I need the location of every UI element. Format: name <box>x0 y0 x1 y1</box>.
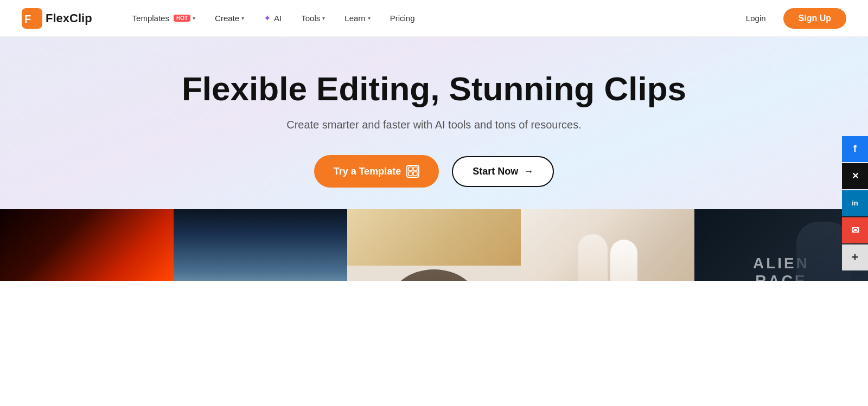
nav-tools-label: Tools <box>301 14 320 23</box>
nav-right: Login Sign Up <box>737 8 846 29</box>
nav-ai-label: AI <box>274 14 282 23</box>
nav-pricing-label: Pricing <box>390 14 415 23</box>
try-template-button[interactable]: Try a Template <box>314 155 439 188</box>
nav-create-label: Create <box>215 14 239 23</box>
hero-buttons: Try a Template Start Now → <box>0 155 868 188</box>
logo-text: FlexClip <box>46 11 92 25</box>
linkedin-share-button[interactable]: in <box>842 190 868 216</box>
nav-item-tools[interactable]: Tools ▾ <box>293 9 333 27</box>
hot-badge: HOT <box>174 15 190 22</box>
svg-rect-2 <box>409 167 412 171</box>
navbar: F FlexClip Templates HOT ▾ Create ▾ ✦ AI… <box>0 0 868 37</box>
ai-star-icon: ✦ <box>264 13 271 23</box>
templates-chevron-icon: ▾ <box>193 15 195 21</box>
facebook-icon: f <box>853 143 857 154</box>
start-now-label: Start Now <box>473 166 518 177</box>
nav-item-learn[interactable]: Learn ▾ <box>337 9 378 27</box>
nav-learn-label: Learn <box>344 14 365 23</box>
more-share-button[interactable]: + <box>842 244 868 270</box>
svg-rect-3 <box>413 167 417 171</box>
hero-section: Flexible Editing, Stunning Clips Create … <box>0 37 868 281</box>
plus-icon: + <box>852 250 859 265</box>
side-social: f ✕ in ✉ + <box>842 136 868 270</box>
email-share-button[interactable]: ✉ <box>842 217 868 243</box>
svg-rect-4 <box>409 172 412 176</box>
tools-chevron-icon: ▾ <box>322 15 325 21</box>
learn-chevron-icon: ▾ <box>368 15 371 21</box>
nav-item-ai[interactable]: ✦ AI <box>256 9 289 28</box>
nav-item-pricing[interactable]: Pricing <box>382 9 423 27</box>
login-button[interactable]: Login <box>737 9 775 27</box>
template-icon <box>406 165 419 178</box>
gallery-item-3[interactable]: Kay & Jack FASHION JOURNEY A story of st… <box>347 209 521 281</box>
hero-subtitle: Create smarter and faster with AI tools … <box>0 119 868 131</box>
nav-item-templates[interactable]: Templates HOT ▾ <box>125 9 203 27</box>
create-chevron-icon: ▾ <box>241 15 244 21</box>
svg-rect-5 <box>413 172 417 176</box>
logo-link[interactable]: F FlexClip <box>22 8 92 29</box>
gallery-item-4[interactable] <box>521 209 694 281</box>
template-gallery: ◼◼◼ STOMP Kay & Jack FASHION JOURNEY A s… <box>0 209 868 281</box>
linkedin-icon: in <box>852 199 858 207</box>
facebook-share-button[interactable]: f <box>842 136 868 162</box>
signup-button[interactable]: Sign Up <box>783 8 846 29</box>
gallery-item-2[interactable]: STOMP <box>174 209 347 281</box>
twitter-x-icon: ✕ <box>852 171 859 181</box>
hero-title: Flexible Editing, Stunning Clips <box>0 69 868 108</box>
nav-links: Templates HOT ▾ Create ▾ ✦ AI Tools ▾ Le… <box>125 9 737 28</box>
start-now-arrow-icon: → <box>524 166 533 177</box>
logo-icon: F <box>22 8 42 29</box>
start-now-button[interactable]: Start Now → <box>452 156 554 187</box>
gallery-item-1[interactable]: ◼◼◼ <box>0 209 174 281</box>
email-icon: ✉ <box>851 224 859 236</box>
twitter-share-button[interactable]: ✕ <box>842 163 868 189</box>
nav-item-create[interactable]: Create ▾ <box>207 9 252 27</box>
nav-templates-label: Templates <box>132 14 169 23</box>
try-template-label: Try a Template <box>334 166 401 177</box>
svg-text:F: F <box>24 13 31 25</box>
